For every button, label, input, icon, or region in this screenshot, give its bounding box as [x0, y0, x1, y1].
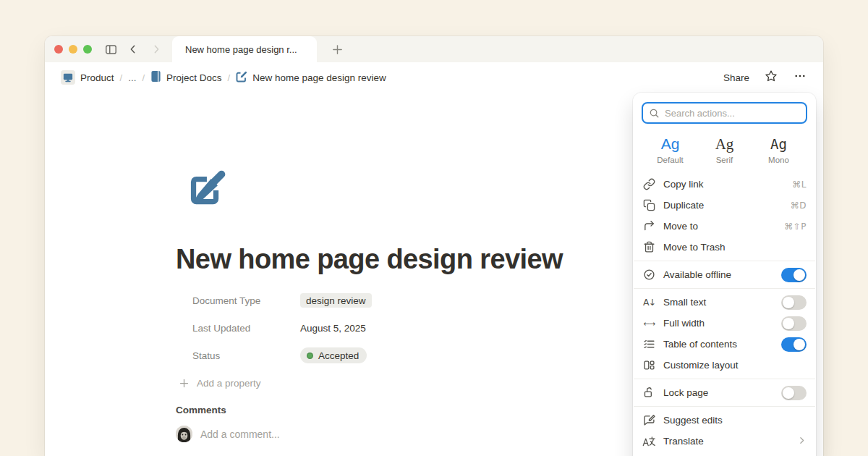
toc-icon — [642, 337, 656, 351]
breadcrumb-item-collapsed[interactable]: ... — [128, 72, 136, 83]
forward-icon[interactable] — [148, 41, 165, 58]
font-picker: Ag Default Ag Serif Ag Mono — [633, 131, 816, 169]
breadcrumb-item-project-docs[interactable]: Project Docs — [150, 70, 222, 85]
search-icon — [649, 108, 660, 119]
table-of-contents-toggle[interactable] — [781, 337, 807, 352]
menu-item-duplicate[interactable]: Duplicate ⌘D — [634, 195, 815, 216]
zoom-window-icon[interactable] — [83, 45, 92, 54]
font-sample: Ag — [752, 135, 806, 153]
document-icon — [150, 70, 161, 85]
add-property-label: Add a property — [197, 378, 261, 389]
breadcrumb-label: New home page design review — [252, 72, 386, 83]
desktop-background: New home page design r... — [0, 0, 868, 456]
font-option-default[interactable]: Ag Default — [643, 131, 697, 169]
menu-item-customize-layout[interactable]: Customize layout — [634, 355, 815, 376]
more-options-icon[interactable] — [793, 69, 807, 85]
back-icon[interactable] — [124, 41, 142, 58]
property-label: Last Updated — [176, 323, 300, 334]
menu-item-full-width[interactable]: ←→ Full width — [634, 313, 815, 334]
font-option-mono[interactable]: Ag Mono — [752, 131, 806, 169]
sidebar-toggle-icon[interactable] — [102, 41, 119, 58]
property-tag[interactable]: design review — [300, 293, 372, 308]
breadcrumb-separator: / — [228, 72, 231, 83]
property-label: Status — [176, 350, 300, 361]
full-width-toggle[interactable] — [781, 316, 807, 331]
chevron-right-icon — [797, 435, 807, 448]
menu-divider — [634, 379, 815, 379]
small-text-toggle[interactable] — [781, 295, 807, 310]
menu-item-move-to[interactable]: Move to ⌘⇧P — [634, 216, 815, 237]
menu-item-small-text[interactable]: A↓ Small text — [634, 292, 815, 313]
breadcrumb-item-current-page[interactable]: New home page design review — [236, 71, 386, 85]
breadcrumb-separator: / — [142, 72, 145, 83]
menu-item-translate[interactable]: Translate — [634, 431, 815, 452]
breadcrumb-label: Product — [80, 72, 114, 83]
status-badge[interactable]: Accepted — [300, 347, 367, 363]
tab-active[interactable]: New home page design r... — [172, 36, 317, 62]
menu-divider — [634, 288, 815, 289]
shortcut-hint: ⌘D — [791, 200, 807, 211]
breadcrumb-label: Project Docs — [166, 72, 222, 83]
translate-icon — [642, 434, 656, 448]
close-window-icon[interactable] — [54, 45, 63, 54]
font-label: Serif — [697, 156, 752, 164]
menu-item-move-to-trash[interactable]: Move to Trash — [634, 237, 815, 258]
trash-icon — [642, 240, 656, 254]
font-label: Default — [643, 156, 697, 164]
minimize-window-icon[interactable] — [69, 45, 77, 54]
shortcut-hint: ⌘L — [792, 180, 807, 190]
search-actions-input[interactable] — [665, 108, 800, 119]
edit-icon — [236, 71, 247, 85]
traffic-lights — [54, 45, 92, 54]
favorite-star-icon[interactable] — [765, 69, 778, 85]
layout-icon — [642, 358, 656, 372]
search-actions-box[interactable] — [642, 102, 807, 124]
menu-divider — [634, 406, 815, 407]
add-comment-input[interactable]: Add a comment... — [200, 428, 280, 440]
property-label: Document Type — [176, 295, 300, 306]
full-width-icon: ←→ — [642, 316, 656, 330]
breadcrumb-bar: Product / ... / Project Docs / — [45, 62, 823, 93]
window-tab-bar: New home page design r... — [45, 36, 823, 62]
check-circle-icon — [642, 268, 656, 282]
property-value[interactable]: August 5, 2025 — [300, 323, 366, 334]
available-offline-toggle[interactable] — [781, 268, 807, 282]
gorilla-avatar — [176, 426, 192, 442]
status-value: Accepted — [318, 350, 359, 361]
lock-page-toggle[interactable] — [781, 386, 807, 400]
duplicate-icon — [642, 198, 656, 212]
font-label: Mono — [752, 156, 806, 164]
menu-item-copy-link[interactable]: Copy link ⌘L — [634, 174, 815, 195]
breadcrumb-separator: / — [120, 72, 123, 83]
font-sample: Ag — [697, 135, 752, 153]
topbar-actions: Share — [723, 69, 807, 85]
font-option-serif[interactable]: Ag Serif — [697, 131, 752, 169]
font-sample: Ag — [643, 135, 697, 153]
shortcut-hint: ⌘⇧P — [784, 221, 807, 232]
menu-divider — [634, 261, 815, 261]
breadcrumb-item-product[interactable]: Product — [61, 70, 114, 85]
plus-icon — [179, 378, 190, 389]
tab-title: New home page design r... — [185, 44, 297, 55]
menu-item-lock-page[interactable]: Lock page — [634, 382, 815, 403]
breadcrumb: Product / ... / Project Docs / — [61, 70, 386, 85]
link-icon — [642, 177, 656, 191]
paintbrush-square-icon[interactable] — [183, 169, 228, 214]
new-tab-icon[interactable] — [328, 41, 346, 58]
menu-item-available-offline[interactable]: Available offline — [634, 264, 815, 285]
menu-item-table-of-contents[interactable]: Table of contents — [634, 334, 815, 355]
unlock-icon — [642, 386, 656, 400]
small-text-icon: A↓ — [642, 295, 656, 309]
menu-list: Copy link ⌘L Duplicate ⌘D Move to ⌘⇧P — [633, 174, 816, 452]
monitor-icon — [61, 70, 75, 85]
share-button[interactable]: Share — [723, 72, 749, 83]
page-actions-menu: Ag Default Ag Serif Ag Mono Copy link ⌘L — [633, 93, 816, 456]
move-to-icon — [642, 219, 656, 233]
status-dot-icon — [307, 352, 313, 359]
menu-item-suggest-edits[interactable]: Suggest edits — [634, 410, 815, 431]
suggest-edits-icon — [642, 413, 656, 427]
